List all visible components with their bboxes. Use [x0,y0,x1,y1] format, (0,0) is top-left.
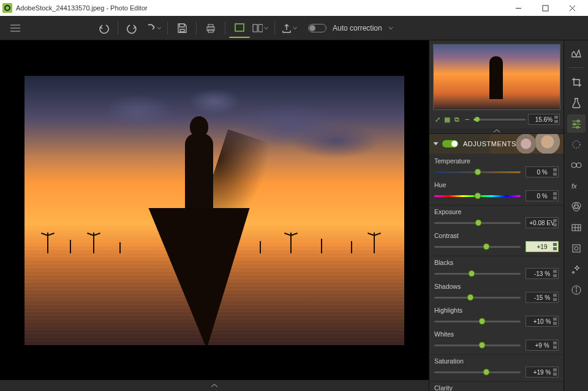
svg-point-20 [571,163,576,168]
zoom-actual-icon[interactable]: ⧉ [453,115,461,124]
svg-rect-8 [208,24,213,27]
magic-tool[interactable] [567,260,586,278]
slider-track[interactable] [434,171,521,173]
photo-canvas[interactable] [24,76,404,345]
zoom-fit-buttons[interactable]: ⤢ ▦ ⧉ [433,115,461,124]
slider-value[interactable]: +19 [526,241,559,252]
slider-label: Hue [434,181,559,188]
auto-correction-control[interactable]: Auto correction [308,24,393,32]
slider-value[interactable]: +0.08 EV [526,217,559,228]
menu-button[interactable] [5,18,26,38]
redo-button[interactable] [122,18,143,38]
main-toolbar: Auto correction [0,16,588,40]
slider-track[interactable] [434,371,521,373]
zoom-out-icon[interactable]: − [464,115,471,124]
slider-label: Whites [434,330,559,338]
adjustments-panel-header[interactable]: ADJUSTMENTS [429,134,564,154]
canvas-collapse-bar[interactable] [0,380,429,391]
frame-tool[interactable] [567,239,586,258]
slider-value[interactable]: 0 % [526,166,559,177]
zoom-slider[interactable] [473,119,526,121]
window-maximize-button[interactable] [532,0,559,16]
share-button[interactable] [279,18,300,38]
svg-rect-1 [543,6,548,11]
zoom-control: ⤢ ▦ ⧉ − 15.6% [429,111,564,128]
slider-label: Highlights [434,307,559,314]
slider-track[interactable] [434,195,521,197]
slider-exposure: Exposure+0.08 EV [429,207,564,231]
svg-rect-31 [573,245,580,252]
histogram-tool[interactable] [567,44,586,62]
lab-tool[interactable] [567,94,586,112]
channels-tool[interactable] [567,198,586,216]
slider-track[interactable] [434,297,521,299]
app-icon [2,3,12,13]
slider-value[interactable]: -15 % [526,292,559,303]
slider-shadows: Shadows-15 % [429,281,564,305]
redo-forward-button[interactable] [143,18,164,38]
adjustments-toggle[interactable] [442,140,458,147]
zoom-value[interactable]: 15.6% [528,114,560,125]
undo-button[interactable] [93,18,114,38]
fx-tool[interactable]: fx [567,177,586,195]
crop-tool[interactable] [567,73,586,91]
slider-saturation: Saturation+19 % [429,356,564,380]
slider-highlights: Highlights+10 % [429,305,564,329]
svg-point-26 [573,205,579,211]
tool-rail: fx [564,40,588,391]
slider-value[interactable]: 0 % [526,190,559,201]
zoom-100-icon[interactable]: ▦ [443,115,451,124]
svg-point-32 [575,247,578,250]
slider-label: Contrast [434,232,559,239]
svg-point-19 [573,141,580,148]
slider-clarity: Clarity0 % [429,383,564,391]
slider-value[interactable]: +10 % [526,316,559,327]
slider-track[interactable] [434,246,521,248]
compare-view-button[interactable] [250,18,271,38]
auto-correction-label: Auto correction [333,24,382,32]
slider-track[interactable] [434,321,521,322]
slider-contrast: Contrast+19 [429,231,564,255]
svg-text:fx: fx [571,182,577,190]
slider-blacks: Blacks-13 % [429,258,564,281]
selection-tool[interactable] [567,135,586,154]
slider-label: Blacks [434,259,559,266]
adjustments-tool[interactable] [567,114,586,133]
svg-point-35 [576,288,577,289]
glasses-tool[interactable] [567,156,586,174]
properties-panel: ⤢ ▦ ⧉ − 15.6% ADJUSTMENTS Temperature0 %… [429,40,564,391]
slider-label: Clarity [434,384,559,391]
svg-rect-11 [253,24,257,32]
slider-track[interactable] [434,344,521,346]
slider-track[interactable] [434,222,521,224]
info-tool[interactable] [567,281,586,299]
slider-label: Exposure [434,208,559,215]
zoom-fit-icon[interactable]: ⤢ [433,115,442,124]
slider-label: Saturation [434,357,559,365]
svg-rect-12 [258,24,263,32]
slider-temperature: Temperature0 % [429,156,564,180]
panel-collapse-button[interactable] [429,128,564,133]
slider-whites: Whites+9 % [429,329,564,353]
navigator-thumbnail[interactable] [433,44,560,110]
slider-hue: Hue0 % [429,180,564,204]
expand-icon [434,143,439,146]
single-view-button[interactable] [229,18,250,38]
slider-value[interactable]: -13 % [526,268,559,279]
canvas-area [0,40,429,391]
svg-point-21 [576,163,581,168]
window-minimize-button[interactable] [505,0,532,16]
window-titlebar: AdobeStock_244133570.jpeg - Photo Editor [0,0,588,16]
grid-tool[interactable] [567,218,586,237]
slider-value[interactable]: +9 % [526,340,559,351]
navigator-panel [429,40,564,111]
auto-correction-toggle[interactable] [308,24,326,32]
save-button[interactable] [172,18,192,38]
window-close-button[interactable] [559,0,586,16]
svg-rect-10 [235,24,244,31]
slider-label: Temperature [434,157,559,165]
adjustments-title: ADJUSTMENTS [463,140,516,147]
slider-track[interactable] [434,273,521,275]
slider-value[interactable]: +19 % [526,367,559,378]
print-button[interactable] [200,18,221,38]
